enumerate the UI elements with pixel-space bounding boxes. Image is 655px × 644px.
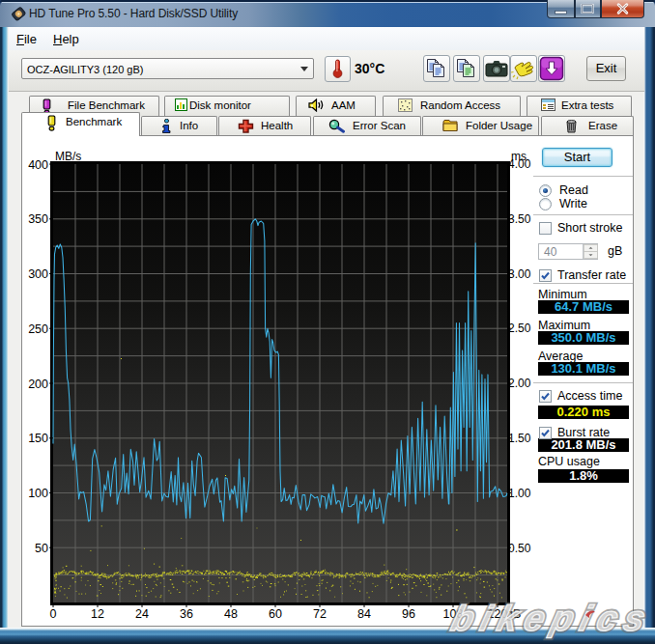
svg-text:1.50: 1.50 — [508, 432, 531, 445]
svg-text:100: 100 — [28, 487, 48, 500]
svg-text:400: 400 — [28, 158, 48, 172]
svg-text:250: 250 — [28, 322, 48, 336]
svg-text:200: 200 — [28, 378, 48, 391]
svg-text:96: 96 — [402, 607, 415, 621]
svg-text:4.00: 4.00 — [508, 157, 531, 171]
svg-text:300: 300 — [28, 267, 48, 281]
svg-text:3.00: 3.00 — [508, 267, 531, 281]
svg-text:350: 350 — [28, 212, 48, 226]
svg-text:bikepics: bikepics — [447, 599, 648, 638]
svg-text:1.00: 1.00 — [508, 487, 531, 500]
svg-text:150: 150 — [28, 432, 48, 445]
svg-text:2.00: 2.00 — [508, 377, 531, 390]
svg-text:3.50: 3.50 — [508, 212, 531, 226]
svg-text:MB/s: MB/s — [55, 150, 81, 163]
svg-text:50: 50 — [35, 542, 48, 555]
svg-text:60: 60 — [269, 607, 282, 621]
svg-text:48: 48 — [224, 607, 238, 621]
svg-text:2.50: 2.50 — [508, 322, 531, 335]
svg-text:0.50: 0.50 — [508, 542, 531, 555]
svg-text:72: 72 — [313, 607, 327, 621]
svg-text:12: 12 — [91, 607, 104, 621]
svg-text:0: 0 — [50, 607, 57, 621]
svg-text:84: 84 — [357, 607, 371, 621]
svg-text:24: 24 — [135, 607, 149, 621]
svg-text:36: 36 — [180, 607, 193, 621]
